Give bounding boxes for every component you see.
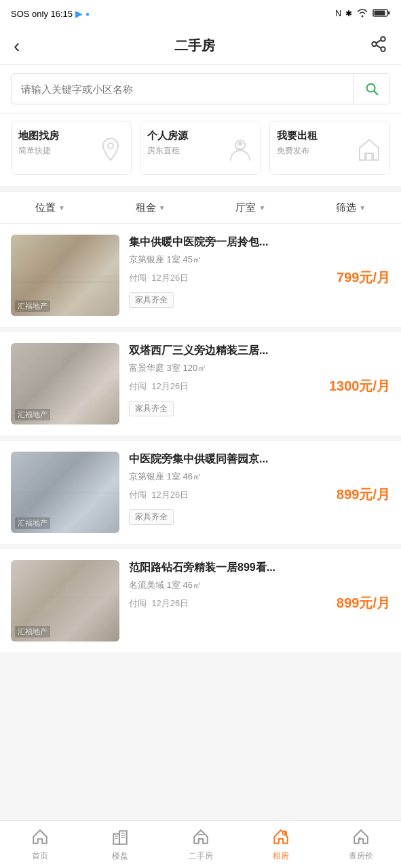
share-button[interactable] [370, 35, 387, 57]
svg-rect-27 [18, 564, 58, 611]
listing-content-1: 集中供暖中医院旁一居拎包... 京第银座 1室 45㎡ 付闯 12月26日 79… [129, 235, 390, 308]
svg-point-12 [238, 142, 242, 146]
filter-bar: 位置 ▼ 租金 ▼ 厅室 ▼ 筛选 ▼ [0, 191, 401, 224]
nfc-icon: N [335, 9, 341, 18]
status-left: SOS only 16:15 ▶ ● [11, 8, 90, 19]
svg-point-5 [381, 47, 385, 52]
svg-point-4 [372, 41, 377, 46]
action-card-personal[interactable]: 个人房源 房东直租 [140, 121, 261, 175]
listing-card-1[interactable]: 汇福地产 集中供暖中医院旁一居拎包... 京第银座 1室 45㎡ 付闯 12月2… [0, 224, 401, 327]
listing-price-1: 799元/月 [337, 269, 390, 287]
search-box [11, 73, 390, 104]
action-card-map[interactable]: 地图找房 简单快捷 [11, 121, 132, 175]
filter-price[interactable]: 租金 ▼ [100, 192, 201, 223]
tab-rent[interactable]: ¥ 租房 [241, 823, 321, 867]
action-rent-icon [354, 134, 384, 170]
listing-meta-2: 富景华庭 3室 120㎡ [129, 362, 390, 374]
listing-image-1: 汇福地产 [11, 235, 119, 316]
tab-secondhand[interactable]: 二手房 [160, 823, 240, 867]
action-map-icon [96, 134, 126, 170]
listing-card-4[interactable]: 汇福地产 范阳路钻石旁精装一居899看... 名流美域 1室 46㎡ 付闯 12… [0, 549, 401, 652]
listing-image-2: 汇福地产 [11, 343, 119, 425]
listing-date-4: 付闯 12月26日 [129, 597, 189, 610]
status-text: SOS only 16:15 [11, 9, 73, 19]
tab-buildings-icon [111, 828, 129, 848]
filter-rooms[interactable]: 厅室 ▼ [201, 192, 301, 223]
svg-rect-16 [72, 241, 106, 296]
listing-card-3[interactable]: 汇福地产 中医院旁集中供暖同善园京... 京第银座 1室 46㎡ 付闯 12月2… [0, 441, 401, 544]
listing-content-4: 范阳路钻石旁精装一居899看... 名流美域 1室 46㎡ 付闯 12月26日 … [129, 560, 390, 618]
svg-rect-15 [18, 248, 58, 296]
svg-rect-1 [375, 10, 385, 15]
listing-info-4: 付闯 12月26日 899元/月 [129, 594, 390, 612]
filter-rooms-label: 厅室 [235, 201, 256, 214]
tab-secondhand-label: 二手房 [189, 850, 213, 862]
nav-bar: ‹ 二手房 [0, 27, 401, 65]
listing-meta-4: 名流美域 1室 46㎡ [129, 579, 390, 591]
action-map-subtitle: 简单快捷 [18, 145, 51, 157]
search-container [0, 65, 401, 113]
listing-image-4: 汇福地产 [11, 560, 119, 642]
filter-location-label: 位置 [35, 201, 56, 214]
listing-info-1: 付闯 12月26日 799元/月 [129, 269, 390, 287]
svg-line-7 [376, 45, 381, 48]
filter-more-arrow: ▼ [359, 204, 366, 212]
tab-home[interactable]: 首页 [0, 823, 80, 867]
filter-location[interactable]: 位置 ▼ [0, 192, 100, 223]
tab-price-label: 查房价 [349, 850, 373, 862]
location-icon: ▶ [75, 8, 83, 19]
filter-price-arrow: ▼ [159, 204, 166, 212]
svg-point-3 [381, 37, 385, 41]
action-personal-title: 个人房源 [147, 130, 188, 142]
svg-text:¥: ¥ [358, 836, 361, 841]
svg-text:¥: ¥ [282, 831, 284, 835]
tab-price[interactable]: ¥ 查房价 [321, 823, 401, 867]
listing-title-3: 中医院旁集中供暖同善园京... [129, 452, 390, 467]
dot-icon: ● [85, 10, 90, 18]
svg-rect-28 [65, 567, 113, 611]
listing-info-3: 付闯 12月26日 899元/月 [129, 486, 390, 504]
filter-more-label: 筛选 [336, 201, 356, 214]
listing-watermark-4: 汇福地产 [15, 626, 50, 637]
wifi-icon [356, 8, 368, 20]
tab-rent-icon: ¥ [272, 828, 290, 848]
tab-secondhand-icon [192, 828, 210, 848]
tab-rent-label: 租房 [273, 850, 289, 862]
action-rent-subtitle: 免费发布 [277, 145, 309, 157]
search-button[interactable] [353, 74, 389, 104]
svg-rect-13 [366, 153, 372, 160]
listing-date-1: 付闯 12月26日 [129, 272, 189, 284]
svg-line-9 [374, 91, 377, 94]
listing-tags-3: 家具齐全 [129, 509, 390, 525]
listing-tags-1: 家具齐全 [129, 292, 390, 308]
listing-image-3: 汇福地产 [11, 452, 119, 533]
svg-point-10 [108, 143, 113, 149]
filter-more[interactable]: 筛选 ▼ [301, 192, 401, 223]
filter-location-arrow: ▼ [58, 204, 65, 212]
quick-actions: 地图找房 简单快捷 个人房源 房东直租 我要出租 免费发布 [0, 114, 401, 186]
listing-price-4: 899元/月 [337, 594, 390, 612]
svg-rect-2 [388, 11, 390, 14]
tag-3-1: 家具齐全 [129, 509, 174, 525]
listing-card-2[interactable]: 汇福地产 双塔西厂三义旁边精装三居... 富景华庭 3室 120㎡ 付闯 12月… [0, 332, 401, 435]
tab-bar: 首页 楼盘 二手房 [0, 821, 401, 868]
listing-watermark-2: 汇福地产 [15, 409, 50, 420]
action-card-rent[interactable]: 我要出租 免费发布 [269, 121, 390, 175]
tab-buildings[interactable]: 楼盘 [80, 823, 160, 867]
svg-rect-23 [11, 452, 65, 492]
listing-watermark-1: 汇福地产 [15, 300, 50, 312]
filter-price-label: 租金 [136, 201, 156, 214]
tag-2-1: 家具齐全 [129, 401, 174, 416]
listing-price-3: 899元/月 [337, 486, 390, 504]
listing-title-2: 双塔西厂三义旁边精装三居... [129, 343, 390, 358]
bluetooth-icon: ✱ [345, 9, 352, 18]
status-right: N ✱ [335, 8, 390, 20]
listing-info-2: 付闯 12月26日 1300元/月 [129, 377, 390, 395]
listing-date-3: 付闯 12月26日 [129, 489, 189, 501]
tag-1-1: 家具齐全 [129, 292, 174, 308]
svg-rect-30 [114, 833, 120, 844]
search-input[interactable] [12, 77, 353, 102]
tab-buildings-label: 楼盘 [112, 850, 128, 862]
status-bar: SOS only 16:15 ▶ ● N ✱ [0, 0, 401, 27]
back-button[interactable]: ‹ [14, 35, 20, 57]
